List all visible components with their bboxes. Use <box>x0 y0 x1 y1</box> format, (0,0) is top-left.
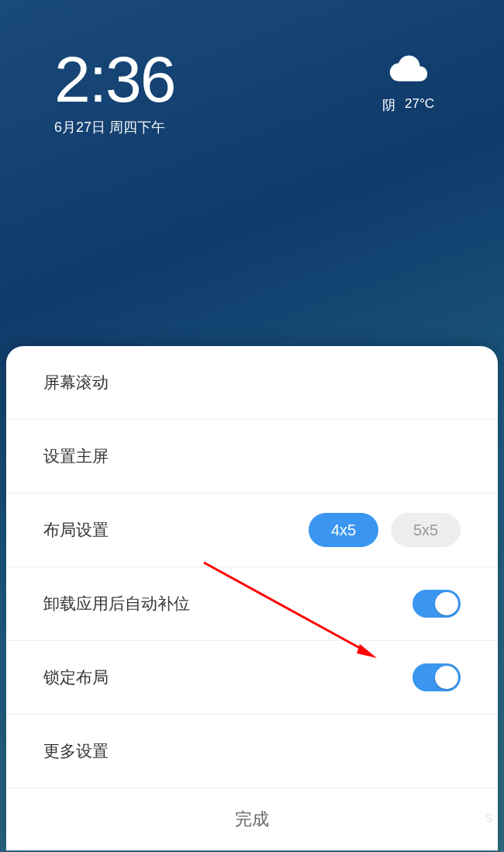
auto-fill-row: 卸载应用后自动补位 <box>6 567 498 641</box>
set-home-row[interactable]: 设置主屏 <box>6 420 498 494</box>
auto-fill-label: 卸载应用后自动补位 <box>43 593 190 615</box>
set-home-label: 设置主屏 <box>43 445 109 467</box>
weather-info: 阴 27°C <box>382 96 434 114</box>
toggle-thumb <box>435 666 458 689</box>
done-label: 完成 <box>235 808 269 831</box>
layout-settings-label: 布局设置 <box>43 519 109 541</box>
layout-options: 4x5 5x5 <box>309 513 461 547</box>
lock-layout-toggle[interactable] <box>413 663 461 691</box>
cloud-icon <box>386 53 431 85</box>
lock-layout-row: 锁定布局 <box>6 641 498 715</box>
more-settings-row[interactable]: 更多设置 <box>6 715 498 788</box>
done-button[interactable]: 完成 <box>6 788 498 850</box>
auto-fill-toggle[interactable] <box>413 590 461 618</box>
clock-time: 2:36 <box>54 47 175 112</box>
weather-condition: 阴 <box>382 96 395 114</box>
layout-option-5x5[interactable]: 5x5 <box>391 513 461 547</box>
layout-settings-row: 布局设置 4x5 5x5 <box>6 494 498 567</box>
watermark: S <box>485 812 492 824</box>
toggle-thumb <box>435 592 458 615</box>
lock-layout-label: 锁定布局 <box>43 667 109 688</box>
layout-option-4x5[interactable]: 4x5 <box>309 513 378 547</box>
screen-scroll-label: 屏幕滚动 <box>43 372 109 393</box>
weather-temperature: 27°C <box>405 96 434 114</box>
screen-scroll-row[interactable]: 屏幕滚动 <box>6 346 498 420</box>
more-settings-label: 更多设置 <box>43 740 109 762</box>
settings-panel: 屏幕滚动 设置主屏 布局设置 4x5 5x5 卸载应用后自动补位 锁定布局 更多… <box>6 346 498 850</box>
weather-widget[interactable]: 阴 27°C <box>382 53 434 114</box>
clock-date: 6月27日 周四下午 <box>54 118 175 137</box>
clock-widget[interactable]: 2:36 6月27日 周四下午 <box>54 47 175 137</box>
